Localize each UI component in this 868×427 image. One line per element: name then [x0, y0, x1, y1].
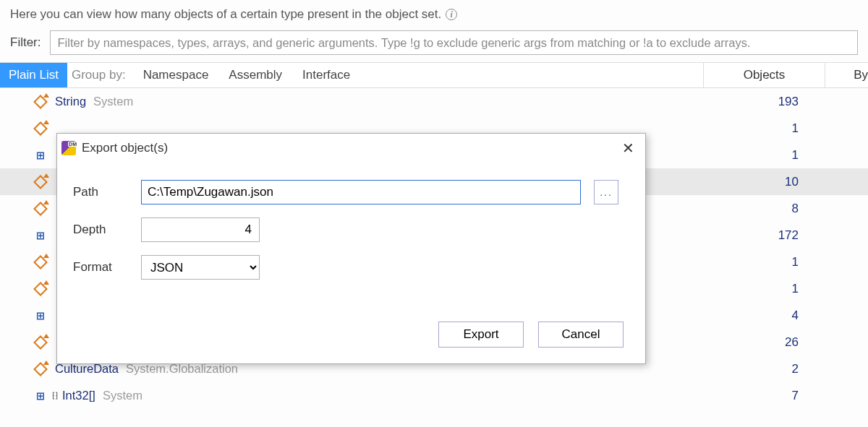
struct-icon	[33, 148, 48, 163]
struct-icon	[33, 228, 48, 243]
class-icon	[33, 202, 48, 216]
app-icon	[61, 141, 76, 155]
type-name: Int32[]	[62, 389, 95, 402]
export-dialog: Export object(s) ✕ Path ... Depth Format…	[56, 133, 646, 364]
namespace-name: System	[93, 95, 133, 108]
objects-count: 172	[703, 228, 825, 243]
browse-button[interactable]: ...	[594, 180, 618, 204]
objects-count: 4	[703, 309, 825, 323]
path-input[interactable]	[141, 180, 581, 204]
column-header-bytes[interactable]: By	[825, 63, 868, 87]
namespace-name: System	[103, 389, 142, 402]
type-name: String	[55, 95, 86, 108]
row-path: Path ...	[73, 180, 629, 204]
depth-input[interactable]	[141, 217, 260, 242]
groupby-namespace[interactable]: Namespace	[133, 68, 219, 82]
groupby-interface[interactable]: Interface	[292, 68, 360, 82]
row-main: StringSystem	[0, 95, 703, 109]
dialog-title-text: Export object(s)	[82, 141, 168, 155]
groupby-assembly[interactable]: Assembly	[218, 68, 292, 82]
objects-count: 2	[703, 362, 825, 376]
objects-count: 1	[703, 148, 825, 163]
class-icon	[33, 175, 48, 189]
objects-count: 26	[703, 335, 825, 350]
row-depth: Depth	[73, 217, 629, 242]
dialog-body: Path ... Depth Format JSON	[57, 163, 645, 322]
description-text: Here you can view how many objects of a …	[0, 0, 868, 25]
filter-label: Filter:	[10, 35, 41, 50]
objects-count: 1	[703, 282, 825, 296]
objects-count: 1	[703, 255, 825, 269]
format-select[interactable]: JSON	[141, 255, 260, 280]
row-main: ⁅⁆Int32[]System	[0, 389, 703, 403]
objects-count: 193	[703, 95, 825, 109]
row-format: Format JSON	[73, 255, 629, 280]
array-marker-icon: ⁅⁆	[52, 391, 58, 400]
class-icon	[33, 282, 48, 296]
format-label: Format	[73, 260, 128, 275]
path-label: Path	[73, 185, 128, 199]
table-toolbar: Plain List Group by: Namespace Assembly …	[0, 62, 868, 88]
dialog-button-row: Export Cancel	[57, 322, 645, 363]
class-icon	[33, 255, 48, 269]
groupby-label: Group by:	[67, 68, 133, 82]
class-icon	[33, 95, 48, 109]
column-header-objects[interactable]: Objects	[703, 63, 825, 87]
class-icon	[33, 335, 48, 350]
cancel-button[interactable]: Cancel	[538, 322, 624, 348]
objects-count: 10	[703, 175, 825, 189]
objects-count: 7	[703, 389, 825, 403]
info-icon[interactable]: i	[446, 9, 457, 20]
struct-icon	[33, 389, 48, 403]
toolbar-left: Plain List Group by: Namespace Assembly …	[0, 63, 703, 87]
table-row[interactable]: StringSystem193	[0, 88, 868, 115]
table-row[interactable]: ⁅⁆Int32[]System7	[0, 382, 868, 409]
filter-input[interactable]	[50, 30, 859, 55]
class-icon	[33, 362, 48, 376]
close-icon[interactable]: ✕	[618, 138, 638, 158]
tab-plain-list[interactable]: Plain List	[0, 63, 67, 87]
export-button[interactable]: Export	[438, 322, 524, 348]
depth-label: Depth	[73, 223, 128, 237]
dialog-titlebar: Export object(s) ✕	[57, 134, 645, 163]
filter-row: Filter:	[0, 25, 868, 62]
description-content: Here you can view how many objects of a …	[10, 7, 441, 22]
objects-count: 1	[703, 121, 825, 136]
class-icon	[33, 121, 48, 136]
objects-count: 8	[703, 202, 825, 216]
struct-icon	[33, 309, 48, 323]
